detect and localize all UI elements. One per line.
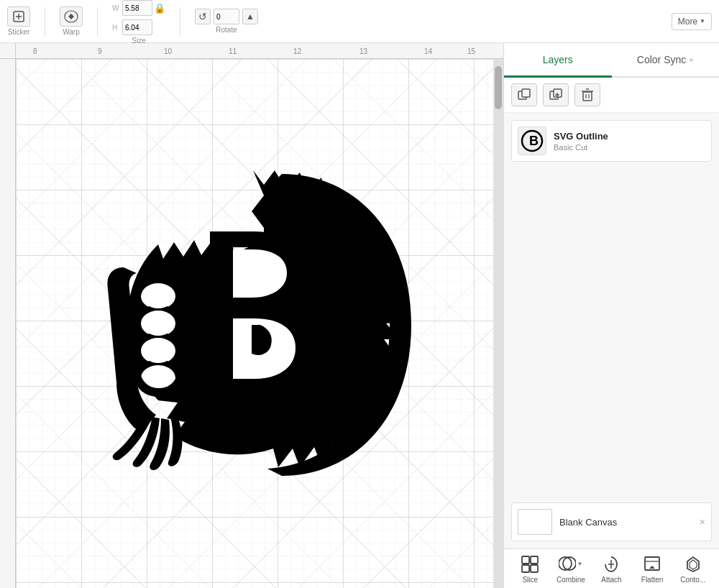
svg-text:B: B [529, 134, 539, 148]
bottom-toolbar: Slice ▼ Combine [504, 548, 719, 588]
svg-point-7 [142, 284, 174, 308]
layer-type: Basic Cut [554, 143, 608, 152]
svg-rect-14 [522, 89, 530, 97]
layers-tab-label: Layers [543, 54, 573, 65]
more-arrow-icon: ▼ [700, 18, 705, 24]
blank-canvas-label: Blank Canvas [559, 517, 617, 528]
combine-arrow-icon: ▼ [577, 561, 582, 567]
canvas-grid[interactable] [16, 59, 493, 588]
blank-canvas-close-icon[interactable]: × [700, 516, 705, 528]
attach-icon [600, 553, 623, 574]
combine-icon-row: ▼ [559, 553, 582, 574]
svg-rect-29 [531, 565, 538, 572]
ruler-tick-11: 11 [229, 47, 237, 55]
rotate-tool: ↺ ▲ Rotate [195, 9, 258, 34]
rotate-input[interactable] [214, 9, 239, 24]
tab-layers[interactable]: Layers [504, 43, 612, 78]
ruler-tick-10: 10 [164, 47, 172, 55]
layer-thumbnail: B [518, 127, 546, 155]
contour-tool[interactable]: Conto... [676, 553, 710, 584]
more-button[interactable]: More ▼ [672, 13, 712, 30]
svg-point-9 [142, 339, 174, 363]
warp-icon-btn[interactable] [60, 6, 83, 27]
slice-label: Slice [522, 576, 538, 584]
more-label: More [678, 17, 697, 27]
ruler-corner [0, 43, 16, 59]
h-label: H [112, 24, 121, 32]
scrollbar-thumb[interactable] [495, 66, 502, 109]
combine-label: Combine [557, 576, 585, 584]
scrollbar-vertical[interactable] [493, 59, 503, 588]
ruler-tick-13: 13 [360, 47, 367, 55]
attach-label: Attach [601, 576, 621, 584]
blank-canvas-thumbnail [518, 509, 552, 535]
size-tool: W 🔒 H Size [112, 0, 165, 45]
color-sync-tab-label: Color Sync [637, 54, 686, 65]
lock-icon[interactable]: 🔒 [154, 0, 165, 18]
contour-icon [682, 553, 705, 574]
svg-rect-19 [583, 92, 592, 101]
delete-layer-btn[interactable] [574, 83, 600, 106]
w-label: W [112, 4, 121, 12]
layer-list: B SVG Outline Basic Cut [504, 113, 719, 502]
ruler-tick-8: 8 [33, 47, 37, 55]
width-input[interactable] [122, 0, 152, 16]
slice-icon [518, 553, 541, 574]
layer-name: SVG Outline [554, 131, 608, 142]
warp-label: Warp [63, 28, 80, 36]
canvas-area[interactable]: 8 9 10 11 12 13 14 15 [0, 43, 503, 588]
layer-item-svg-outline[interactable]: B SVG Outline Basic Cut [511, 120, 712, 162]
flatten-label: Flatten [641, 576, 664, 584]
blank-canvas-item[interactable]: Blank Canvas × [511, 502, 712, 541]
combine-icon [559, 553, 576, 574]
slice-tool[interactable]: Slice [513, 553, 547, 584]
ruler-tick-9: 9 [98, 47, 102, 55]
rotate-ccw-btn[interactable]: ↺ [195, 9, 211, 24]
tab-color-sync[interactable]: Color Sync × [612, 43, 720, 78]
combine-tool[interactable]: ▼ Combine [554, 553, 588, 584]
svg-rect-12 [210, 231, 219, 400]
duplicate-layer-btn[interactable] [511, 83, 537, 106]
main-toolbar: Sticker Warp W 🔒 H Size [0, 0, 719, 43]
sticker-tool: Sticker [7, 6, 30, 36]
ruler-horizontal: 8 9 10 11 12 13 14 15 [0, 43, 503, 59]
attach-tool[interactable]: Attach [594, 553, 628, 584]
main-area: 8 9 10 11 12 13 14 15 [0, 43, 719, 588]
svg-rect-27 [531, 556, 538, 564]
ruler-tick-12: 12 [293, 47, 301, 55]
layer-info: SVG Outline Basic Cut [554, 131, 608, 152]
height-input[interactable] [122, 19, 152, 35]
panel-tabs: Layers Color Sync × [504, 43, 719, 78]
svg-rect-26 [522, 556, 529, 564]
canvas-svg-artwork[interactable] [52, 131, 454, 562]
right-panel: Layers Color Sync × [503, 43, 719, 588]
svg-point-8 [142, 311, 174, 336]
layer-toolbar [504, 78, 719, 113]
warp-tool: Warp [60, 6, 83, 36]
contour-label: Conto... [680, 576, 705, 584]
rotate-cw-btn[interactable]: ▲ [242, 9, 258, 24]
size-inputs: W 🔒 H [112, 0, 165, 35]
sticker-label: Sticker [8, 28, 30, 36]
ruler-tick-14: 14 [424, 47, 432, 55]
flatten-icon [641, 553, 664, 574]
flatten-tool[interactable]: Flatten [635, 553, 669, 584]
add-layer-btn[interactable] [543, 83, 569, 106]
svg-rect-28 [522, 565, 529, 572]
ruler-vertical [0, 59, 16, 588]
sticker-icon-btn[interactable] [7, 6, 30, 27]
ruler-tick-15: 15 [467, 47, 475, 55]
color-sync-close-icon[interactable]: × [689, 55, 693, 64]
rotate-label: Rotate [216, 26, 237, 34]
